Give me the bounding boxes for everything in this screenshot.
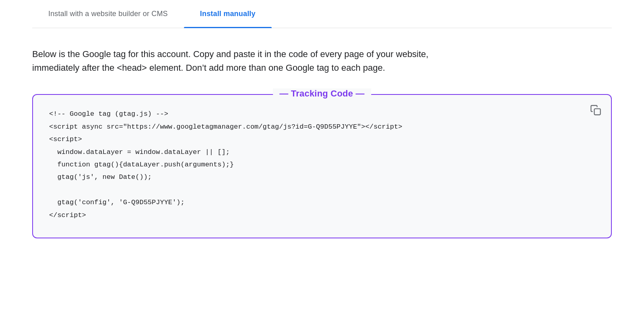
code-content: <!-- Google tag (gtag.js) --> <script as… <box>49 108 595 221</box>
code-block-wrapper: Tracking Code <!-- Google tag (gtag.js) … <box>32 94 612 238</box>
tabs-bar: Install with a website builder or CMS In… <box>32 0 612 28</box>
code-line5: function gtag(){dataLayer.push(arguments… <box>49 161 234 168</box>
tab-manual[interactable]: Install manually <box>184 0 272 28</box>
code-line4: window.dataLayer = window.dataLayer || [… <box>49 148 230 156</box>
code-line6: gtag('js', new Date()); <box>49 173 152 181</box>
code-line3: <script> <box>49 135 82 143</box>
copy-icon <box>590 105 601 116</box>
code-line1: <!-- Google tag (gtag.js) --> <box>49 110 168 118</box>
code-block-outer: Tracking Code <!-- Google tag (gtag.js) … <box>32 94 612 238</box>
page-container: Install with a website builder or CMS In… <box>0 0 644 326</box>
description-text: Below is the Google tag for this account… <box>32 47 475 75</box>
code-line2: <script async src="https://www.googletag… <box>49 123 402 131</box>
copy-button[interactable] <box>587 101 605 120</box>
tab-cms[interactable]: Install with a website builder or CMS <box>32 0 184 28</box>
code-line9: </script> <box>49 211 86 219</box>
tracking-code-label: Tracking Code <box>273 88 371 99</box>
svg-rect-0 <box>594 109 601 115</box>
code-line8: gtag('config', 'G-Q9D55PJYYE'); <box>49 199 185 206</box>
description-line2: immediately after the <head> element. Do… <box>32 63 385 73</box>
description-line1: Below is the Google tag for this account… <box>32 49 428 59</box>
